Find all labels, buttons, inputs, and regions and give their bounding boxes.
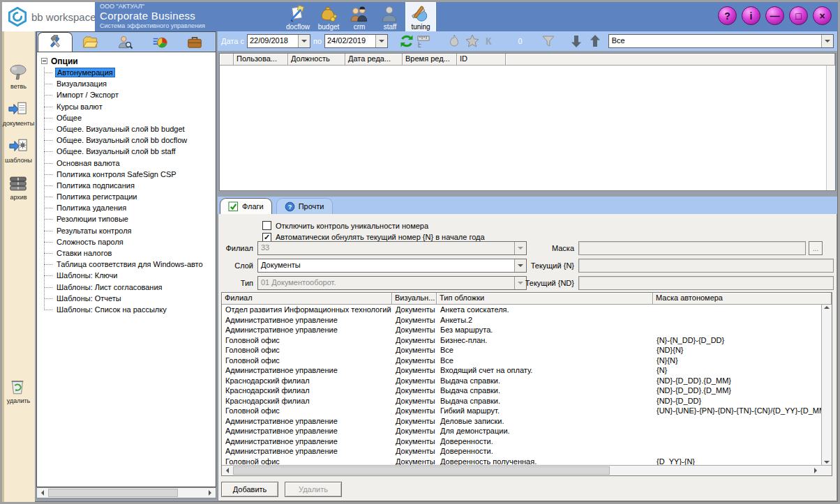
sidebar-item-templates[interactable]: шаблоны <box>5 137 32 164</box>
table-cell: Документы <box>392 305 437 315</box>
tree-item[interactable]: Шаблоны: Ключи <box>44 270 216 281</box>
tree-item[interactable]: Импорт / Экспорт <box>44 89 216 100</box>
module-crm[interactable]: crm <box>344 2 375 31</box>
tree-item[interactable]: Политика контроля SafeSign CSP <box>44 169 216 180</box>
scroll-right-icon[interactable] <box>204 488 216 498</box>
checkbox-checked[interactable]: ✓ <box>262 233 271 242</box>
table-row[interactable]: Административное управлениеДокументыАнке… <box>222 315 821 326</box>
scroll-left-icon[interactable] <box>37 488 48 498</box>
checkbox[interactable] <box>262 221 271 230</box>
tree-item[interactable]: Общее <box>44 112 216 123</box>
table-row[interactable]: Административное управлениеДокументыДля … <box>222 426 821 436</box>
sidebar-item-archive[interactable]: архив <box>8 174 29 201</box>
history-grid-vertical-scrollbar[interactable] <box>826 66 835 190</box>
scroll-right-icon[interactable] <box>810 466 821 475</box>
table-row[interactable]: Головной офисДокументыДоверенность получ… <box>222 457 821 466</box>
table-row[interactable]: Краснодарский филиалДокументыВыдача спра… <box>222 396 821 406</box>
column-header[interactable]: ID <box>457 54 506 66</box>
column-header[interactable]: Маска автономера <box>653 293 832 305</box>
module-tuning[interactable]: tuning <box>405 2 436 31</box>
tab-other[interactable]: ?Прочти <box>276 198 333 214</box>
table-row[interactable]: Головной офисДокументыБизнес-план.{N}-{N… <box>222 335 821 346</box>
chevron-down-icon[interactable] <box>375 35 387 47</box>
module-docflow[interactable]: docflow <box>283 2 313 31</box>
column-header[interactable]: Дата реда... <box>345 54 403 66</box>
tree-item[interactable]: Шаблоны: Лист согласования <box>44 282 216 293</box>
tree-item[interactable]: Таблица соответствия для Windows-авто <box>44 259 216 270</box>
tree-item[interactable]: Сложность пароля <box>44 236 216 247</box>
sidebar-item-documents[interactable]: документы <box>3 100 34 127</box>
tree-item[interactable]: Политика регистрации <box>44 191 216 202</box>
tree-item[interactable]: Политика удаления <box>44 202 216 213</box>
tree-item[interactable]: Результаты контроля <box>44 225 216 236</box>
column-header[interactable]: Время ред... <box>403 54 457 66</box>
tree-item[interactable]: Резолюции типовые <box>44 213 216 224</box>
table-row[interactable]: Головной офисДокументыВсе{ND}{N} <box>222 345 821 356</box>
collapse-expander-icon[interactable] <box>41 58 47 64</box>
close-window-button[interactable]: × <box>813 6 832 25</box>
tree-item[interactable]: Шаблоны: Отчеты <box>44 293 216 304</box>
table-row[interactable]: Административное управлениеДокументыВход… <box>222 365 821 376</box>
minimize-window-button[interactable]: — <box>765 6 784 25</box>
column-header[interactable] <box>506 54 835 66</box>
add-button[interactable]: Добавить <box>221 482 278 497</box>
scrollbar-thumb[interactable] <box>233 466 610 475</box>
left-tab-inspector[interactable] <box>107 33 142 52</box>
help-window-button[interactable]: ? <box>718 6 737 25</box>
column-header[interactable]: Пользова... <box>234 54 288 66</box>
tree-item[interactable]: Политика подписания <box>44 180 216 191</box>
chevron-down-icon[interactable] <box>298 35 310 47</box>
scrollbar-thumb[interactable] <box>48 489 178 497</box>
tree-item[interactable]: Шаблоны: Список на рассылку <box>44 304 216 315</box>
table-row[interactable]: Краснодарский филиалДокументыВыдача спра… <box>222 376 821 386</box>
column-header[interactable]: Тип обложки <box>437 293 653 305</box>
table-row[interactable]: Головной офисДокументыВсе{N}{N} <box>222 356 821 366</box>
info-window-button[interactable]: i <box>742 6 760 25</box>
column-header[interactable]: Визуальн... <box>392 293 437 305</box>
table-row[interactable]: Административное управлениеДокументыДове… <box>222 436 821 447</box>
tree-item[interactable]: Общее. Визуальный слой bb budget <box>44 123 216 135</box>
date-to-input[interactable]: 24/02/2019 <box>324 34 388 48</box>
vertical-scrollbar[interactable] <box>821 305 832 465</box>
module-budget[interactable]: budget <box>313 2 344 31</box>
sidebar-item-delete[interactable]: удалить <box>7 378 31 404</box>
tree-horizontal-scrollbar[interactable] <box>36 487 216 498</box>
module-staff[interactable]: staff <box>375 2 405 31</box>
tree-item[interactable]: Визуализация <box>44 78 216 89</box>
left-tab-shared-folder[interactable] <box>73 33 107 52</box>
table-row[interactable]: Административное управлениеДокументыДове… <box>222 446 821 457</box>
tree-item[interactable]: Основная валюта <box>44 158 216 169</box>
tree-item[interactable]: Общее. Визуальный слой bb docflow <box>44 135 216 146</box>
tree-item[interactable]: Ставки налогов <box>44 247 216 259</box>
tree-item[interactable]: Курсы валют <box>44 101 216 112</box>
sidebar-item-branch[interactable]: ветвь <box>8 63 29 90</box>
arrow-down-icon[interactable] <box>569 33 584 49</box>
tab-flags[interactable]: Флаги <box>220 198 272 214</box>
table-row[interactable]: Отдел развития Информационных технологий… <box>222 305 821 315</box>
scroll-up-icon[interactable] <box>824 306 830 309</box>
scroll-down-icon[interactable] <box>824 461 830 464</box>
tree-item[interactable]: Общее. Визуальный слой bb staff <box>44 146 216 157</box>
left-tab-tools[interactable] <box>38 32 73 52</box>
column-header[interactable]: Должность <box>288 54 345 66</box>
scroll-left-icon[interactable] <box>222 466 233 475</box>
date-from-input[interactable]: 22/09/2018 <box>247 34 310 48</box>
chevron-down-icon[interactable] <box>821 35 833 47</box>
tree-item[interactable]: Автонумерация <box>44 67 216 78</box>
table-row[interactable]: Краснодарский филиалДокументыВыдача спра… <box>222 385 821 396</box>
table-row[interactable]: Административное управлениеДокументыДело… <box>222 416 821 427</box>
table-row[interactable]: Головной офисДокументыГибкий маршрут.{UN… <box>222 406 821 416</box>
maximize-window-button[interactable]: □ <box>789 6 808 25</box>
ruler-icon[interactable] <box>416 33 431 49</box>
refresh-icon[interactable] <box>399 33 414 49</box>
filter-select[interactable]: Все <box>608 34 834 48</box>
ellipsis-button[interactable]: ... <box>809 241 823 255</box>
left-tab-briefcase[interactable] <box>177 33 212 52</box>
tree-root-node[interactable]: Опции <box>41 55 216 67</box>
column-header[interactable]: Филиал <box>222 293 392 305</box>
table-row[interactable]: Административное управлениеДокументыБез … <box>222 325 821 335</box>
horizontal-scrollbar[interactable] <box>222 465 821 475</box>
arrow-up-icon[interactable] <box>587 33 603 49</box>
left-tab-reports[interactable] <box>142 33 177 52</box>
column-header[interactable] <box>220 54 234 66</box>
